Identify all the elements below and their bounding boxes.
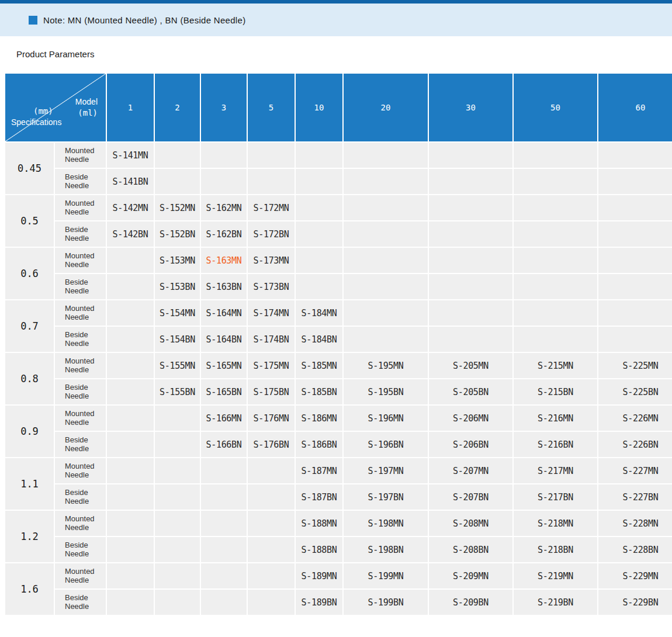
- table-row-1.2-bn: Beside NeedleS-188BNS-198BNS-208BNS-218B…: [5, 537, 672, 562]
- empty-cell: [598, 327, 672, 352]
- model-cell: S-184BN: [296, 327, 342, 352]
- model-cell: S-184MN: [296, 300, 342, 326]
- needle-type-label: Beside Needle: [65, 173, 101, 191]
- model-cell: S-155BN: [155, 379, 200, 404]
- model-cell: S-174BN: [248, 327, 295, 352]
- model-cell: S-198BN: [344, 537, 428, 562]
- empty-cell: [107, 563, 154, 588]
- empty-cell: [598, 169, 672, 194]
- model-cell: S-153MN: [155, 248, 200, 273]
- table-row-0.7-mn: 0.7Mounted NeedleS-154MNS-164MNS-174MNS-…: [5, 300, 672, 326]
- empty-cell: [248, 458, 295, 483]
- needle-type-cell: Beside Needle: [55, 432, 106, 457]
- needle-type-label: Beside Needle: [65, 383, 101, 401]
- empty-cell: [344, 195, 428, 220]
- table-row-0.9-mn: 0.9Mounted NeedleS-166MNS-176MNS-186MNS-…: [5, 406, 672, 431]
- empty-cell: [155, 484, 200, 510]
- model-cell: S-164MN: [201, 300, 247, 326]
- model-cell: S-172MN: [248, 195, 295, 220]
- model-cell: S-189MN: [296, 563, 342, 588]
- needle-type-label: Mounted Needle: [65, 515, 101, 532]
- spec-cell: 0.8: [5, 353, 54, 404]
- model-cell: S-198MN: [344, 511, 428, 536]
- spec-cell: 1.2: [5, 511, 54, 562]
- empty-cell: [429, 143, 512, 168]
- model-cell: S-163BN: [201, 274, 247, 299]
- model-cell: S-195BN: [344, 379, 428, 404]
- model-cell: S-175MN: [248, 353, 295, 378]
- model-cell: S-197BN: [344, 484, 428, 510]
- needle-type-cell: Beside Needle: [55, 327, 106, 352]
- model-cell: S-199BN: [344, 590, 428, 615]
- needle-type-cell: Mounted Needle: [55, 195, 106, 220]
- empty-cell: [514, 143, 597, 168]
- empty-cell: [514, 195, 597, 220]
- table-row-0.45-bn: Beside NeedleS-141BN: [5, 169, 672, 194]
- model-cell: S-197MN: [344, 458, 428, 483]
- model-cell[interactable]: S-163MN: [201, 248, 247, 273]
- model-cell: S-165BN: [201, 379, 247, 404]
- needle-type-cell: Mounted Needle: [55, 458, 106, 483]
- model-cell: S-226BN: [598, 432, 672, 457]
- model-cell: S-176MN: [248, 406, 295, 431]
- needle-type-cell: Beside Needle: [55, 379, 106, 404]
- empty-cell: [248, 484, 295, 510]
- empty-cell: [201, 537, 247, 562]
- empty-cell: [344, 221, 428, 247]
- model-cell: S-225BN: [598, 379, 672, 404]
- model-cell: S-141MN: [107, 143, 154, 168]
- needle-type-label: Mounted Needle: [65, 567, 101, 585]
- needle-type-cell: Mounted Needle: [55, 300, 106, 326]
- table-row-1.2-mn: 1.2Mounted NeedleS-188MNS-198MNS-208MNS-…: [5, 511, 672, 536]
- model-cell: S-185MN: [296, 353, 342, 378]
- needle-type-label: Mounted Needle: [65, 304, 101, 322]
- empty-cell: [598, 274, 672, 299]
- needle-type-cell: Mounted Needle: [55, 353, 106, 378]
- model-cell: S-205MN: [429, 353, 512, 378]
- needle-type-label: Mounted Needle: [65, 462, 101, 480]
- model-cell: S-225MN: [598, 353, 672, 378]
- model-cell: S-155MN: [155, 353, 200, 378]
- model-cell: S-216MN: [514, 406, 597, 431]
- empty-cell: [429, 327, 512, 352]
- empty-cell: [296, 221, 342, 247]
- model-cell: S-207BN: [429, 484, 512, 510]
- needle-type-label: Mounted Needle: [65, 199, 101, 217]
- empty-cell: [201, 458, 247, 483]
- empty-cell: [429, 195, 512, 220]
- empty-cell: [107, 248, 154, 273]
- model-cell: S-174MN: [248, 300, 295, 326]
- empty-cell: [107, 537, 154, 562]
- model-cell: S-219MN: [514, 563, 597, 588]
- table-row-0.9-bn: Beside NeedleS-166BNS-176BNS-186BNS-196B…: [5, 432, 672, 457]
- model-cell: S-141BN: [107, 169, 154, 194]
- empty-cell: [155, 432, 200, 457]
- empty-cell: [155, 563, 200, 588]
- page-title: Product Parameters: [16, 49, 672, 59]
- needle-type-cell: Beside Needle: [55, 274, 106, 299]
- column-header-5ml: 5: [248, 74, 295, 141]
- model-cell: S-189BN: [296, 590, 342, 615]
- column-header-60ml: 60: [598, 74, 672, 141]
- model-cell: S-162BN: [201, 221, 247, 247]
- empty-cell: [107, 511, 154, 536]
- model-cell: S-208MN: [429, 511, 512, 536]
- model-cell: S-229MN: [598, 563, 672, 588]
- empty-cell: [429, 274, 512, 299]
- model-cell: S-187BN: [296, 484, 342, 510]
- model-cell: S-188MN: [296, 511, 342, 536]
- table-row-0.5-mn: 0.5Mounted NeedleS-142MNS-152MNS-162MNS-…: [5, 195, 672, 220]
- model-cell: S-176BN: [248, 432, 295, 457]
- empty-cell: [155, 511, 200, 536]
- empty-cell: [514, 169, 597, 194]
- model-cell: S-187MN: [296, 458, 342, 483]
- model-cell: S-165MN: [201, 353, 247, 378]
- model-cell: S-166BN: [201, 432, 247, 457]
- spec-cell: 0.6: [5, 248, 54, 299]
- model-cell: S-207MN: [429, 458, 512, 483]
- empty-cell: [248, 590, 295, 615]
- empty-cell: [155, 537, 200, 562]
- empty-cell: [107, 406, 154, 431]
- empty-cell: [429, 248, 512, 273]
- empty-cell: [248, 143, 295, 168]
